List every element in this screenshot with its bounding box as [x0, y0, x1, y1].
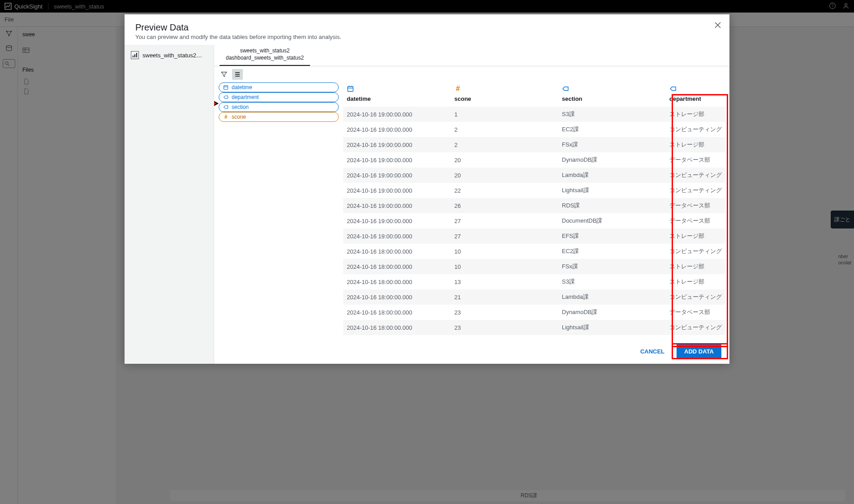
close-icon: [714, 22, 721, 27]
modal-header: Preview Data You can preview and modify …: [125, 14, 729, 27]
modal-title: Preview Data: [135, 22, 719, 27]
close-button[interactable]: [714, 21, 721, 27]
preview-data-modal: Preview Data You can preview and modify …: [125, 14, 729, 27]
modal-overlay: Preview Data You can preview and modify …: [0, 0, 854, 27]
